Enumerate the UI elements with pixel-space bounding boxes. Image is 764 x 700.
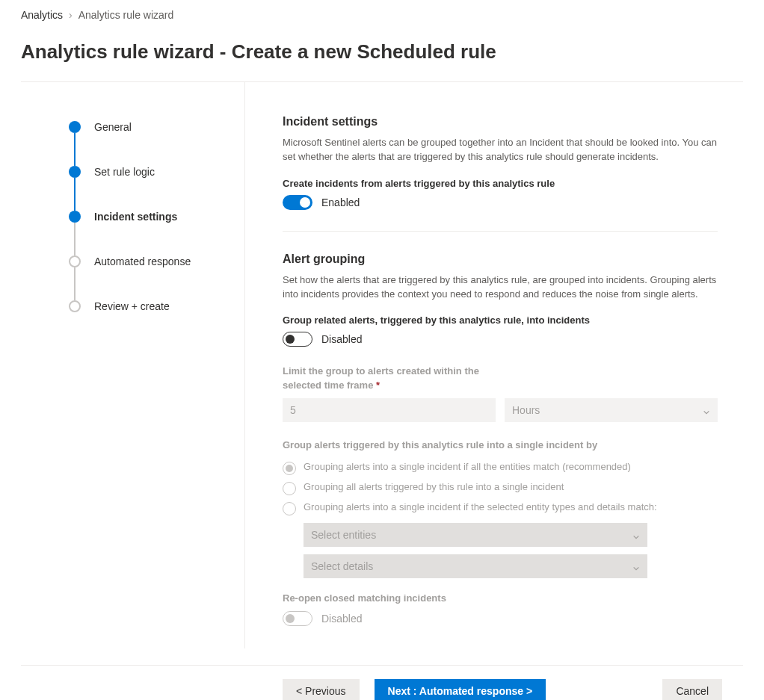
- step-dot-icon: [69, 121, 81, 133]
- select-details[interactable]: Select details: [304, 554, 647, 578]
- incident-settings-title: Incident settings: [283, 115, 718, 128]
- limit-unit-select[interactable]: Hours: [505, 398, 718, 422]
- radio-label: Grouping alerts into a single incident i…: [304, 501, 657, 512]
- chevron-down-icon: [632, 531, 640, 539]
- wizard-footer: < Previous Next : Automated response > C…: [21, 665, 743, 700]
- step-label: General: [94, 121, 132, 133]
- chevron-down-icon: [703, 406, 710, 414]
- limit-value-input[interactable]: [283, 398, 496, 422]
- step-incident-settings[interactable]: Incident settings: [69, 208, 244, 226]
- limit-unit-value: Hours: [512, 404, 540, 416]
- reopen-label: Re-open closed matching incidents: [283, 592, 718, 605]
- limit-timeframe-label: Limit the group to alerts created within…: [283, 365, 718, 391]
- radio-label: Grouping alerts into a single incident i…: [304, 461, 631, 472]
- breadcrumb: Analytics › Analytics rule wizard: [21, 9, 743, 21]
- step-dot-icon: [69, 211, 81, 223]
- radio-all-alerts[interactable]: Grouping all alerts triggered by this ru…: [283, 478, 718, 498]
- create-incidents-label: Create incidents from alerts triggered b…: [283, 178, 718, 189]
- reopen-toggle[interactable]: [283, 611, 312, 626]
- step-dot-icon: [69, 255, 81, 267]
- chevron-down-icon: [632, 563, 640, 570]
- step-automated-response[interactable]: Automated response: [69, 253, 244, 270]
- radio-entities-match[interactable]: Grouping alerts into a single incident i…: [283, 458, 718, 478]
- next-button[interactable]: Next : Automated response >: [375, 679, 546, 700]
- step-general[interactable]: General: [69, 118, 244, 136]
- radio-label: Grouping all alerts triggered by this ru…: [304, 481, 564, 492]
- step-label: Set rule logic: [94, 166, 155, 178]
- radio-icon: [283, 482, 296, 495]
- group-related-toggle[interactable]: [283, 332, 312, 347]
- breadcrumb-root[interactable]: Analytics: [21, 9, 63, 21]
- radio-icon: [283, 502, 296, 515]
- breadcrumb-current: Analytics rule wizard: [78, 9, 174, 21]
- radio-icon: [283, 462, 296, 475]
- create-incidents-toggle-text: Enabled: [321, 196, 360, 208]
- step-label: Automated response: [94, 255, 191, 267]
- step-dot-icon: [69, 166, 81, 178]
- alert-grouping-desc: Set how the alerts that are triggered by…: [283, 273, 718, 302]
- create-incidents-toggle[interactable]: [283, 195, 312, 210]
- select-entities[interactable]: Select entities: [304, 523, 647, 547]
- step-set-rule-logic[interactable]: Set rule logic: [69, 163, 244, 181]
- group-method-label: Group alerts triggered by this analytics…: [283, 439, 718, 452]
- group-related-label: Group related alerts, triggered by this …: [283, 315, 718, 326]
- chevron-right-icon: ›: [69, 9, 73, 21]
- page-title: Analytics rule wizard - Create a new Sch…: [21, 40, 743, 64]
- select-entities-placeholder: Select entities: [311, 529, 376, 541]
- reopen-toggle-text: Disabled: [321, 613, 362, 625]
- select-details-placeholder: Select details: [311, 560, 373, 572]
- step-dot-icon: [69, 300, 81, 312]
- alert-grouping-title: Alert grouping: [283, 253, 718, 266]
- group-related-toggle-text: Disabled: [321, 333, 362, 345]
- main-content: Incident settings Microsoft Sentinel ale…: [245, 82, 739, 648]
- cancel-button[interactable]: Cancel: [662, 679, 722, 700]
- step-label: Review + create: [94, 300, 170, 312]
- wizard-steps: General Set rule logic Incident settings…: [21, 82, 245, 648]
- step-label: Incident settings: [94, 211, 177, 223]
- radio-selected-entities[interactable]: Grouping alerts into a single incident i…: [283, 498, 718, 518]
- previous-button[interactable]: < Previous: [283, 679, 360, 700]
- incident-settings-desc: Microsoft Sentinel alerts can be grouped…: [283, 136, 718, 164]
- step-review-create[interactable]: Review + create: [69, 297, 244, 315]
